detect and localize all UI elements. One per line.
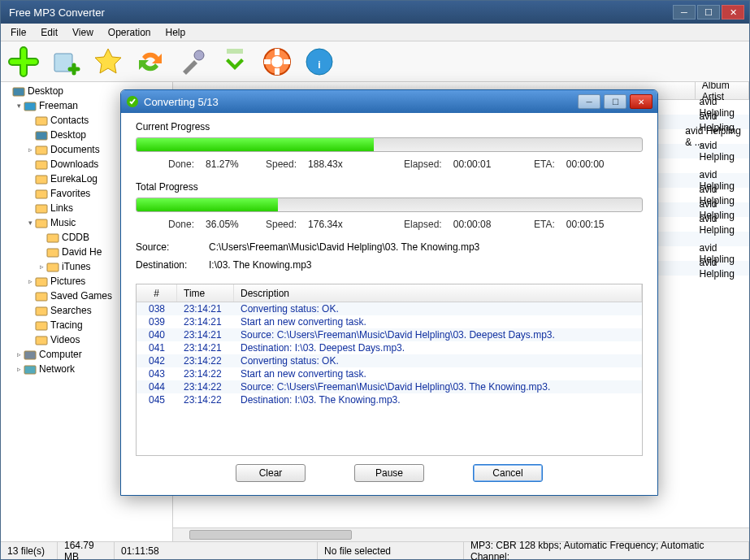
folder-icon xyxy=(35,216,48,229)
download-button[interactable] xyxy=(217,44,253,80)
svg-rect-10 xyxy=(36,132,47,140)
tree-label: David He xyxy=(62,246,102,258)
log-row[interactable]: 04023:14:21Source: C:\Users\Freeman\Musi… xyxy=(137,328,642,341)
log-desc: Destination: I:\03. Deepest Days.mp3. xyxy=(234,342,642,354)
log-num: 041 xyxy=(137,342,177,354)
status-file-count: 13 file(s) xyxy=(1,542,58,559)
log-num: 043 xyxy=(137,368,177,380)
add-files-button[interactable] xyxy=(6,44,41,80)
about-button[interactable]: i xyxy=(301,44,337,80)
log-time: 23:14:21 xyxy=(177,342,234,354)
log-desc: Destination: I:\03. The Knowing.mp3. xyxy=(234,394,642,406)
plus-icon xyxy=(7,46,40,78)
log-col-desc[interactable]: Description xyxy=(234,284,642,302)
tree-label: EurekaLog xyxy=(50,173,98,184)
folder-icon xyxy=(46,260,59,273)
log-time: 23:14:22 xyxy=(177,368,234,380)
svg-point-1 xyxy=(194,50,204,60)
tree-expander-icon[interactable]: ▾ xyxy=(14,102,24,110)
total-eta-value: 00:00:15 xyxy=(566,219,605,230)
log-row[interactable]: 03923:14:21Start an new converting task. xyxy=(137,315,642,328)
svg-rect-15 xyxy=(36,205,47,213)
menu-help[interactable]: Help xyxy=(159,25,193,40)
maximize-button[interactable]: ☐ xyxy=(697,5,720,20)
dialog-title: Converting 5/13 xyxy=(144,96,578,108)
log-time: 23:14:22 xyxy=(177,355,234,367)
svg-rect-17 xyxy=(47,234,59,242)
dialog-maximize-button[interactable]: ☐ xyxy=(604,94,626,109)
log-time: 23:14:21 xyxy=(177,303,234,315)
total-progress-stats: Done:36.05% Speed:176.34x Elapsed:00:00:… xyxy=(136,219,643,230)
log-desc: Start an new converting task. xyxy=(234,316,642,328)
tree-expander-icon[interactable]: ▹ xyxy=(25,145,35,154)
info-icon: i xyxy=(303,46,336,78)
tree-expander-icon[interactable]: ▾ xyxy=(25,219,35,227)
tree-label: Desktop xyxy=(50,129,86,141)
svg-rect-20 xyxy=(36,278,47,286)
pause-button[interactable]: Pause xyxy=(354,464,424,482)
minimize-button[interactable]: ─ xyxy=(673,5,696,20)
log-header[interactable]: # Time Description xyxy=(137,284,642,302)
close-button[interactable]: ✕ xyxy=(722,5,744,20)
tree-expander-icon[interactable]: ▹ xyxy=(14,350,24,358)
menu-view[interactable]: View xyxy=(66,25,100,40)
tree-label: Music xyxy=(50,217,76,228)
current-progress-bar xyxy=(136,137,643,152)
log-row[interactable]: 04223:14:22Converting status: OK. xyxy=(137,354,642,367)
tree-label: Freeman xyxy=(39,100,78,111)
folder-icon xyxy=(24,362,37,376)
convert-button[interactable] xyxy=(132,44,168,80)
folder-icon xyxy=(35,187,48,200)
log-list[interactable]: # Time Description 03823:14:21Converting… xyxy=(136,284,643,456)
folder-icon xyxy=(35,158,48,171)
tree-expander-icon[interactable]: ▹ xyxy=(37,263,46,271)
log-num: 040 xyxy=(137,329,177,341)
log-row[interactable]: 04123:14:21Destination: I:\03. Deepest D… xyxy=(137,341,642,354)
cell-album-artist: avid Helpling xyxy=(700,213,743,236)
refresh-icon xyxy=(134,46,167,78)
folder-icon xyxy=(24,99,37,112)
svg-rect-7 xyxy=(13,88,24,96)
current-done-value: 81.27% xyxy=(206,158,239,170)
cancel-button[interactable]: Cancel xyxy=(473,464,543,482)
tree-label: Desktop xyxy=(28,85,63,97)
tree-expander-icon[interactable]: ▹ xyxy=(25,277,35,285)
clear-button[interactable]: Clear xyxy=(236,464,306,482)
settings-button[interactable] xyxy=(175,44,210,80)
help-button[interactable] xyxy=(259,44,295,80)
dialog-window-controls: ─ ☐ ✕ xyxy=(578,94,652,109)
log-row[interactable]: 03823:14:21Converting status: OK. xyxy=(137,302,642,315)
svg-rect-25 xyxy=(24,351,36,359)
add-folder-button[interactable] xyxy=(48,44,84,80)
folder-plus-icon xyxy=(50,46,82,78)
log-row[interactable]: 04523:14:22Destination: I:\03. The Knowi… xyxy=(137,393,642,406)
total-speed-value: 176.34x xyxy=(308,219,343,230)
menubar: File Edit View Operation Help xyxy=(1,24,749,41)
current-speed-value: 188.43x xyxy=(308,158,343,170)
horizontal-scrollbar[interactable] xyxy=(173,527,749,541)
dialog-titlebar[interactable]: Converting 5/13 ─ ☐ ✕ xyxy=(121,90,657,113)
log-row[interactable]: 04323:14:22Start an new converting task. xyxy=(137,367,642,380)
tree-expander-icon[interactable]: ▹ xyxy=(14,365,24,373)
log-row[interactable]: 04423:14:22Source: C:\Users\Freeman\Musi… xyxy=(137,380,642,393)
menu-edit[interactable]: Edit xyxy=(34,25,64,40)
log-col-time[interactable]: Time xyxy=(177,284,234,302)
window-controls: ─ ☐ ✕ xyxy=(673,5,744,20)
svg-rect-13 xyxy=(36,176,47,184)
folder-icon xyxy=(35,172,48,185)
folder-icon xyxy=(24,348,37,361)
folder-icon xyxy=(35,128,48,141)
converting-dialog: Converting 5/13 ─ ☐ ✕ Current Progress D… xyxy=(120,89,658,496)
titlebar[interactable]: Free MP3 Converter ─ ☐ ✕ xyxy=(1,1,749,24)
tree-label: Searches xyxy=(50,305,92,316)
menu-operation[interactable]: Operation xyxy=(102,25,158,40)
dialog-minimize-button[interactable]: ─ xyxy=(578,94,600,109)
svg-rect-2 xyxy=(227,49,243,54)
menu-file[interactable]: File xyxy=(4,25,33,40)
log-num: 038 xyxy=(137,303,177,315)
total-progress-section: Total Progress Done:36.05% Speed:176.34x… xyxy=(136,181,643,241)
tree-label: Downloads xyxy=(50,158,98,170)
favorites-button[interactable] xyxy=(90,44,126,80)
log-col-num[interactable]: # xyxy=(137,284,177,302)
dialog-close-button[interactable]: ✕ xyxy=(630,94,652,109)
